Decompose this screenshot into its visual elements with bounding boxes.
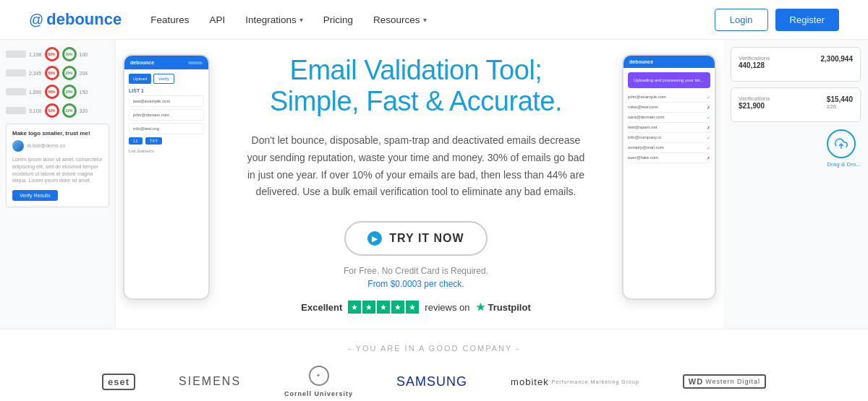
star-4: ★ xyxy=(391,301,404,314)
list-item: info@test.org xyxy=(129,123,204,134)
stat-circle-green: 25% xyxy=(62,66,77,80)
phone-left-header: debounce xyxy=(124,56,208,69)
login-button[interactable]: Login xyxy=(715,9,768,31)
cornell-seal-icon: ✦ xyxy=(309,366,329,386)
star-5: ★ xyxy=(406,301,419,314)
navbar: @ debounce Features API Integrations ▾ P… xyxy=(0,0,868,40)
right-card-value-4: $15,440 xyxy=(827,95,853,103)
table-row: john@example.com ✓ xyxy=(628,92,710,103)
left-stats-panel: 1,198 60% 30% 100 2,345 55% 25% 204 1,89… xyxy=(0,40,116,329)
hero-center: Email Validation Tool; Simple, Fast & Ac… xyxy=(217,40,615,329)
table-row: user@fake.com ✗ xyxy=(628,153,710,163)
list-item: test@example.com xyxy=(129,95,204,107)
stat-circle-red: 60% xyxy=(45,47,59,61)
phone-action-row: Upload Verify xyxy=(129,74,204,84)
table-row: sara@domain.com ✓ xyxy=(628,113,710,123)
star-2: ★ xyxy=(362,301,375,314)
trustpilot-excellent: Excellent xyxy=(301,302,342,313)
stat-bar xyxy=(6,88,26,95)
try-now-button[interactable]: ▶ TRY IT NOW xyxy=(344,221,487,256)
right-card-row-2: Verifications $21,900 $15,440 226 xyxy=(739,95,853,110)
phone-stats-label: List Statistics xyxy=(129,149,204,153)
phone-upload-status: Uploading and processing your list... xyxy=(628,72,710,88)
resources-chevron-icon: ▾ xyxy=(423,16,427,24)
nav-api[interactable]: API xyxy=(210,14,226,25)
right-card-value: 440,128 xyxy=(739,61,770,69)
verify-results-button[interactable]: Verify Results xyxy=(12,190,58,201)
stat-circle-red: 55% xyxy=(45,66,59,80)
drag-drop-icon xyxy=(827,129,856,158)
western-digital-logo: WD Western Digital xyxy=(683,374,766,389)
nav-integrations[interactable]: Integrations ▾ xyxy=(245,14,303,25)
phone-mockup-right: debounce Uploading and processing your l… xyxy=(622,54,716,314)
table-row: info@company.io ✓ xyxy=(628,133,710,143)
phone-outer-right: debounce Uploading and processing your l… xyxy=(622,54,716,300)
stat-row: 1,198 60% 30% 100 xyxy=(6,47,109,61)
hero-section: 1,198 60% 30% 100 2,345 55% 25% 204 1,89… xyxy=(0,40,868,329)
stat-row: 2,345 55% 25% 204 xyxy=(6,66,109,80)
trustpilot-row: Excellent ★ ★ ★ ★ ★ reviews on ★ Trustpi… xyxy=(301,301,530,314)
logo-icon: @ xyxy=(29,12,43,28)
right-card-label-2: Verifications xyxy=(739,95,770,102)
partners-label: - YOU ARE IN A GOOD COMPANY - xyxy=(43,344,825,353)
wd-initials: WD xyxy=(689,377,703,386)
star-1: ★ xyxy=(348,301,361,314)
right-card-value-3: $21,900 xyxy=(739,102,770,110)
panel-email: at.test@demo.co xyxy=(27,142,65,150)
star-3: ★ xyxy=(377,301,390,314)
right-card-1: Verifications 440,128 2,300,944 xyxy=(731,47,861,82)
phone-outer-left: debounce Upload Verify LIST 1 test@examp… xyxy=(123,54,210,300)
phone-notch xyxy=(188,61,203,64)
stat-bar xyxy=(6,51,26,58)
phone-badge: 11 xyxy=(129,137,142,145)
register-button[interactable]: Register xyxy=(775,9,839,31)
nav-features[interactable]: Features xyxy=(150,14,189,25)
hero-title: Email Validation Tool; Simple, Fast & Ac… xyxy=(270,55,562,118)
left-panel-card: Make logo smaller, trust me! at.test@dem… xyxy=(6,124,109,207)
hero-subtext: For Free. No Credit Card is Required. xyxy=(344,266,488,276)
phone-right-header: debounce xyxy=(624,56,715,68)
nav-resources[interactable]: Resources ▾ xyxy=(373,14,427,25)
right-card-value-5: 226 xyxy=(827,103,853,110)
hero-description: Don't let bounce, disposable, spam-trap … xyxy=(246,132,586,201)
panel-card-title: Make logo smaller, trust me! xyxy=(12,130,103,137)
phone-badge-row: 11 TXT xyxy=(129,137,204,145)
avatar xyxy=(12,140,24,152)
logo[interactable]: @ debounce xyxy=(29,10,122,29)
logo-text: debounce xyxy=(46,10,122,29)
nav-actions: Login Register xyxy=(715,9,839,31)
right-card-label: Verifications xyxy=(739,55,770,61)
stat-circle-green: 22% xyxy=(62,103,77,118)
stat-row: 1,890 58% 28% 150 xyxy=(6,85,109,99)
reviews-text: reviews on xyxy=(425,302,469,313)
phone-upload-btn[interactable]: Upload xyxy=(129,74,151,84)
phone-right-table: john@example.com ✓ mike@test.com ✗ sara@… xyxy=(624,92,715,163)
drag-drop-container: Drag & Dro... xyxy=(731,129,861,168)
stat-circle-red: 62% xyxy=(45,103,59,118)
phone-mockup-left: debounce Upload Verify LIST 1 test@examp… xyxy=(123,54,210,314)
panel-avatar-row: at.test@demo.co xyxy=(12,140,103,152)
phone-list-title: LIST 1 xyxy=(129,88,204,93)
table-row: test@spam.net ✗ xyxy=(628,123,710,133)
trustpilot-icon: ★ xyxy=(476,301,485,313)
right-card-row: Verifications 440,128 2,300,944 xyxy=(739,55,853,69)
table-row: noreply@mail.com ✓ xyxy=(628,143,710,153)
phone-verify-btn[interactable]: Verify xyxy=(153,74,174,84)
stat-circle-green: 30% xyxy=(62,47,77,61)
nav-pricing[interactable]: Pricing xyxy=(323,14,353,25)
right-stats-panel: Verifications 440,128 2,300,944 Verifica… xyxy=(723,40,868,329)
stat-bar xyxy=(6,107,26,114)
samsung-logo: SAMSUNG xyxy=(396,374,467,389)
stat-circle-red: 58% xyxy=(45,85,59,99)
right-card-2: Verifications $21,900 $15,440 226 xyxy=(731,87,861,122)
list-item: john@domain.com xyxy=(129,109,204,121)
integrations-chevron-icon: ▾ xyxy=(299,16,303,24)
phone-badge-txt: TXT xyxy=(145,137,162,145)
drag-drop-label: Drag & Dro... xyxy=(827,161,861,168)
panel-lorem: Lorem ipsum dolor sit amet, consectetur … xyxy=(12,156,103,184)
eset-logo: eset xyxy=(102,374,135,390)
siemens-logo: SIEMENS xyxy=(179,375,241,388)
mobitek-logo: mobitek Performance Marketing Group xyxy=(511,376,639,387)
right-card-value2: 2,300,944 xyxy=(821,55,854,63)
hero-price-link[interactable]: From $0.0003 per check. xyxy=(367,279,464,289)
